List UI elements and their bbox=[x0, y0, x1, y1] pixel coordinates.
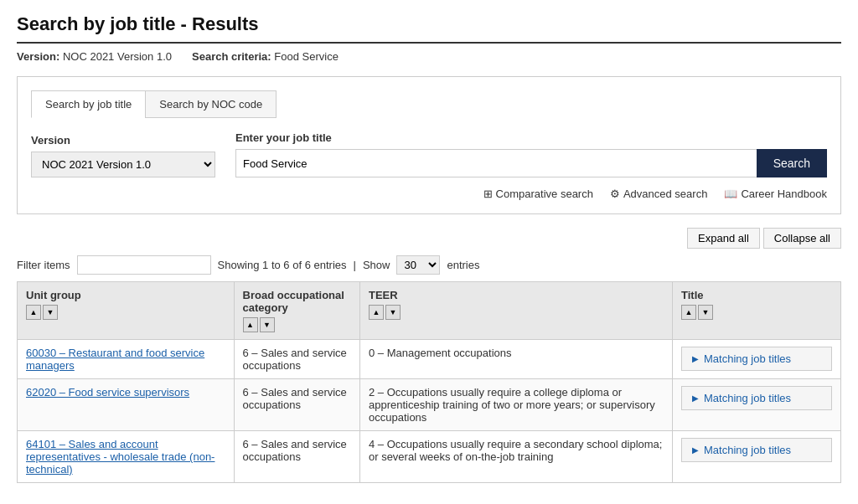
table-row: 62020 – Food service supervisors 6 – Sal… bbox=[18, 379, 841, 431]
filter-input[interactable] bbox=[77, 255, 211, 275]
table-controls: Expand all Collapse all bbox=[17, 228, 841, 249]
criteria-value: Food Service bbox=[274, 50, 339, 63]
extra-links: ⊞ Comparative search ⚙ Advanced search 📖… bbox=[31, 188, 827, 200]
arrow-icon-0: ▶ bbox=[692, 354, 699, 363]
cell-teer-0: 0 – Management occupations bbox=[359, 340, 672, 379]
search-box: Search by job title Search by NOC code V… bbox=[17, 76, 841, 214]
sort-teer: ▲ ▼ bbox=[369, 305, 401, 320]
grid-icon: ⊞ bbox=[483, 188, 493, 200]
tabs: Search by job title Search by NOC code bbox=[31, 90, 827, 118]
showing-text: Showing 1 to 6 of 6 entries bbox=[218, 259, 347, 271]
unit-group-link-2[interactable]: 64101 – Sales and account representative… bbox=[26, 438, 214, 476]
advanced-search-link[interactable]: ⚙ Advanced search bbox=[610, 188, 707, 200]
search-button[interactable]: Search bbox=[757, 149, 827, 177]
cell-match-2: ▶ Matching job titles bbox=[672, 431, 840, 483]
entries-select[interactable]: 30 10 25 50 100 bbox=[396, 255, 440, 275]
criteria-label: Search criteria: bbox=[192, 50, 271, 63]
unit-group-link-1[interactable]: 62020 – Food service supervisors bbox=[26, 386, 189, 399]
sort-teer-asc[interactable]: ▲ bbox=[369, 305, 384, 320]
results-table: Unit group ▲ ▼ Broad occupational catego… bbox=[17, 281, 841, 483]
sort-unit-group-desc[interactable]: ▼ bbox=[43, 305, 58, 320]
match-button-1[interactable]: ▶ Matching job titles bbox=[681, 386, 832, 410]
version-value: NOC 2021 Version 1.0 bbox=[63, 50, 172, 63]
job-title-form-label: Enter your job title bbox=[235, 131, 827, 144]
entries-label: entries bbox=[447, 259, 479, 271]
career-handbook-link[interactable]: 📖 Career Handbook bbox=[724, 188, 827, 200]
cell-broad-category-0: 6 – Sales and service occupations bbox=[234, 340, 359, 379]
cell-unit-group-2: 64101 – Sales and account representative… bbox=[18, 431, 235, 483]
sort-title-desc[interactable]: ▼ bbox=[698, 305, 713, 320]
cell-broad-category-1: 6 – Sales and service occupations bbox=[234, 379, 359, 431]
version-form-group: Version NOC 2021 Version 1.0 bbox=[31, 134, 215, 177]
job-title-input[interactable] bbox=[235, 149, 757, 177]
show-label: Show bbox=[363, 259, 390, 271]
sort-unit-group: ▲ ▼ bbox=[26, 305, 58, 320]
cell-match-1: ▶ Matching job titles bbox=[672, 379, 840, 431]
header-title: Title ▲ ▼ bbox=[672, 282, 840, 340]
search-form: Version NOC 2021 Version 1.0 Enter your … bbox=[31, 131, 827, 177]
header-broad-category: Broad occupational category ▲ ▼ bbox=[234, 282, 359, 340]
job-title-form-group: Enter your job title Search bbox=[235, 131, 827, 177]
book-icon: 📖 bbox=[724, 188, 737, 200]
version-select[interactable]: NOC 2021 Version 1.0 bbox=[31, 152, 215, 177]
sort-broad-category-desc[interactable]: ▼ bbox=[260, 317, 275, 332]
cell-unit-group-0: 60030 – Restaurant and food service mana… bbox=[18, 340, 235, 379]
comparative-search-link[interactable]: ⊞ Comparative search bbox=[483, 188, 593, 200]
tab-job-title[interactable]: Search by job title bbox=[31, 90, 145, 118]
header-unit-group: Unit group ▲ ▼ bbox=[18, 282, 235, 340]
filter-label: Filter items bbox=[17, 259, 70, 271]
expand-all-button[interactable]: Expand all bbox=[687, 228, 760, 249]
arrow-icon-2: ▶ bbox=[692, 445, 699, 455]
sort-broad-category: ▲ ▼ bbox=[243, 317, 275, 332]
version-label: Version: bbox=[17, 50, 59, 63]
unit-group-link-0[interactable]: 60030 – Restaurant and food service mana… bbox=[26, 347, 204, 372]
gear-icon: ⚙ bbox=[610, 188, 620, 200]
match-button-0[interactable]: ▶ Matching job titles bbox=[681, 347, 832, 371]
sort-unit-group-asc[interactable]: ▲ bbox=[26, 305, 41, 320]
filter-row: Filter items Showing 1 to 6 of 6 entries… bbox=[17, 255, 841, 275]
sort-teer-desc[interactable]: ▼ bbox=[385, 305, 401, 320]
tab-noc-code[interactable]: Search by NOC code bbox=[145, 90, 277, 118]
cell-match-0: ▶ Matching job titles bbox=[672, 340, 840, 379]
collapse-all-button[interactable]: Collapse all bbox=[763, 228, 841, 249]
expand-collapse-buttons: Expand all Collapse all bbox=[687, 228, 841, 249]
table-header-row: Unit group ▲ ▼ Broad occupational catego… bbox=[18, 282, 841, 340]
sort-title-asc[interactable]: ▲ bbox=[681, 305, 696, 320]
table-row: 60030 – Restaurant and food service mana… bbox=[18, 340, 841, 379]
pipe-separator: | bbox=[354, 259, 356, 271]
cell-teer-1: 2 – Occupations usually require a colleg… bbox=[359, 379, 672, 431]
match-button-2[interactable]: ▶ Matching job titles bbox=[681, 438, 832, 462]
table-row: 64101 – Sales and account representative… bbox=[18, 431, 841, 483]
cell-broad-category-2: 6 – Sales and service occupations bbox=[234, 431, 359, 483]
page-title: Search by job title - Results bbox=[17, 13, 841, 44]
cell-teer-2: 4 – Occupations usually require a second… bbox=[359, 431, 672, 483]
cell-unit-group-1: 62020 – Food service supervisors bbox=[18, 379, 235, 431]
version-form-label: Version bbox=[31, 134, 215, 147]
header-teer: TEER ▲ ▼ bbox=[359, 282, 672, 340]
sort-broad-category-asc[interactable]: ▲ bbox=[243, 317, 258, 332]
arrow-icon-1: ▶ bbox=[692, 393, 699, 403]
version-bar: Version: NOC 2021 Version 1.0 Search cri… bbox=[17, 50, 841, 63]
sort-title: ▲ ▼ bbox=[681, 305, 713, 320]
